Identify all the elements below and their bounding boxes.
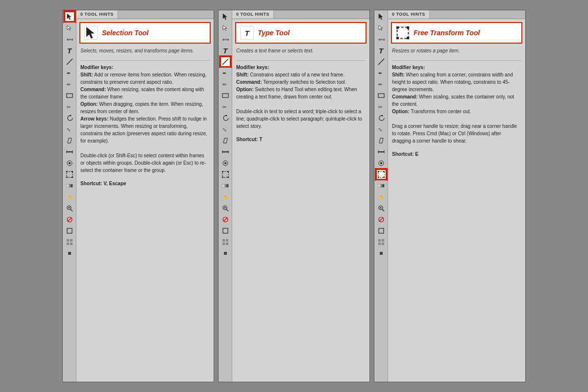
svg-marker-71 <box>379 14 383 20</box>
tool-smallbox-button[interactable] <box>64 248 75 259</box>
tool-sample-button[interactable] <box>220 158 231 169</box>
svg-text:✏: ✏ <box>222 82 227 87</box>
svg-rect-106 <box>397 27 409 39</box>
tool-frame-button[interactable] <box>220 90 231 101</box>
svg-rect-32 <box>67 243 69 245</box>
tool-gap-button[interactable]: ⟺ <box>64 34 75 45</box>
tool-body-text: Modifier keys: Shift: Add or remove item… <box>76 63 214 178</box>
tool-smallbox-button[interactable] <box>220 248 231 259</box>
tool-type-button[interactable]: T <box>376 45 387 56</box>
tool-pen-button[interactable]: ✒ <box>376 68 387 78</box>
tool-sample-button[interactable] <box>376 158 387 169</box>
tool-shear-button[interactable] <box>376 135 387 146</box>
svg-text:✒: ✒ <box>378 71 382 76</box>
tool-selection-button[interactable] <box>220 11 231 22</box>
svg-rect-92 <box>378 184 384 187</box>
tool-scissors-button[interactable]: ✂ <box>220 101 231 112</box>
svg-text:⟺: ⟺ <box>67 37 73 42</box>
tool-none-button[interactable] <box>376 214 387 225</box>
tool-hand-button[interactable]: ✋ <box>376 192 387 202</box>
tool-scale-button[interactable]: ⤡ <box>220 124 231 135</box>
tool-pen-button[interactable]: ✒ <box>220 68 231 78</box>
tool-shear-button[interactable] <box>220 135 231 146</box>
tool-none-button[interactable] <box>64 214 75 225</box>
tool-box-button[interactable] <box>376 225 387 236</box>
tool-transform-button[interactable] <box>220 169 231 180</box>
tool-preview-button[interactable] <box>220 237 231 247</box>
tool-scale-button[interactable]: ⤡ <box>376 124 387 135</box>
tool-scale-button[interactable]: ⤡ <box>64 124 75 135</box>
tool-header-name: Selection Tool <box>102 29 148 37</box>
tool-rotate-button[interactable] <box>64 113 75 123</box>
svg-marker-36 <box>223 14 227 20</box>
tool-gradient-button[interactable] <box>376 180 387 191</box>
svg-rect-102 <box>382 239 384 242</box>
svg-line-3 <box>67 59 73 65</box>
tool-frame-button[interactable] <box>64 90 75 101</box>
tool-box-button[interactable] <box>64 225 75 236</box>
tool-measure-button[interactable] <box>220 147 231 157</box>
tool-sample-button[interactable] <box>64 158 75 169</box>
tool-pencil-button[interactable]: ✏ <box>220 79 231 90</box>
tool-measure-button[interactable] <box>376 147 387 157</box>
svg-rect-31 <box>70 239 73 242</box>
tool-gap-button[interactable]: ⟺ <box>376 34 387 45</box>
tool-line-button[interactable] <box>64 56 75 67</box>
svg-point-51 <box>224 162 226 164</box>
tool-hints-tab[interactable]: 0 TOOL HINTS <box>388 10 430 19</box>
tool-shear-button[interactable] <box>64 135 75 146</box>
svg-text:✏: ✏ <box>67 82 71 87</box>
shortcut-line: Shortcut: E <box>388 148 525 159</box>
tool-rotate-button[interactable] <box>376 113 387 123</box>
tool-zoom-button[interactable] <box>376 203 387 214</box>
tool-measure-button[interactable] <box>64 147 75 157</box>
modifier-key-label: Command: <box>392 94 419 99</box>
tool-direct-button[interactable] <box>376 23 387 33</box>
svg-rect-20 <box>72 176 73 178</box>
tool-hints-tab[interactable]: 0 TOOL HINTS <box>232 10 274 19</box>
tool-direct-button[interactable] <box>64 23 75 33</box>
svg-rect-16 <box>66 172 72 177</box>
tool-hand-button[interactable]: ✋ <box>220 192 231 202</box>
toolbar: ⟺T✒✏✂⤡✋ <box>219 10 232 382</box>
tool-type-button[interactable]: T <box>220 45 231 56</box>
tool-box-button[interactable] <box>220 225 231 236</box>
tool-preview-button[interactable] <box>376 237 387 247</box>
tool-transform-button[interactable] <box>64 169 75 180</box>
tool-pencil-button[interactable]: ✏ <box>64 79 75 90</box>
svg-text:⟺: ⟺ <box>222 37 229 42</box>
tool-gradient-button[interactable] <box>220 180 231 191</box>
tool-direct-button[interactable] <box>220 23 231 33</box>
tool-zoom-button[interactable] <box>64 203 75 214</box>
svg-rect-101 <box>378 239 381 242</box>
tool-hints-tab[interactable]: 0 TOOL HINTS <box>76 10 118 19</box>
tool-scissors-button[interactable]: ✂ <box>64 101 75 112</box>
tool-rotate-button[interactable] <box>220 113 231 123</box>
tool-selection-button[interactable] <box>376 11 387 22</box>
tool-zoom-button[interactable] <box>220 203 231 214</box>
tool-scissors-button[interactable]: ✂ <box>376 101 387 112</box>
svg-rect-77 <box>378 94 384 98</box>
svg-line-95 <box>382 209 384 211</box>
modifier-key-label: Modifier keys: <box>236 65 269 70</box>
tool-transform-button[interactable] <box>376 169 387 180</box>
tool-gap-button[interactable]: ⟺ <box>220 34 231 45</box>
tool-none-button[interactable] <box>220 214 231 225</box>
tool-frame-button[interactable] <box>376 90 387 101</box>
tool-pen-button[interactable]: ✒ <box>64 68 75 78</box>
tool-line-button[interactable] <box>220 56 231 67</box>
tool-type-button[interactable]: T <box>64 45 75 56</box>
toolbar: ⟺T✒✏✂⤡✋ <box>63 10 76 382</box>
tool-line-button[interactable] <box>376 56 387 67</box>
tool-hand-button[interactable]: ✋ <box>64 192 75 202</box>
tool-smallbox-button[interactable] <box>376 248 387 259</box>
tool-gradient-button[interactable] <box>64 180 75 191</box>
svg-rect-19 <box>66 176 68 178</box>
panels-container: ⟺T✒✏✂⤡✋0 TOOL HINTSSelection ToolSelects… <box>52 0 536 392</box>
tool-preview-button[interactable] <box>64 237 75 247</box>
tool-header: Selection Tool <box>79 22 211 44</box>
tool-pencil-button[interactable]: ✏ <box>376 79 387 90</box>
svg-rect-100 <box>379 228 384 233</box>
modifier-key-label: Option: <box>80 101 99 107</box>
tool-selection-button[interactable] <box>64 11 75 22</box>
